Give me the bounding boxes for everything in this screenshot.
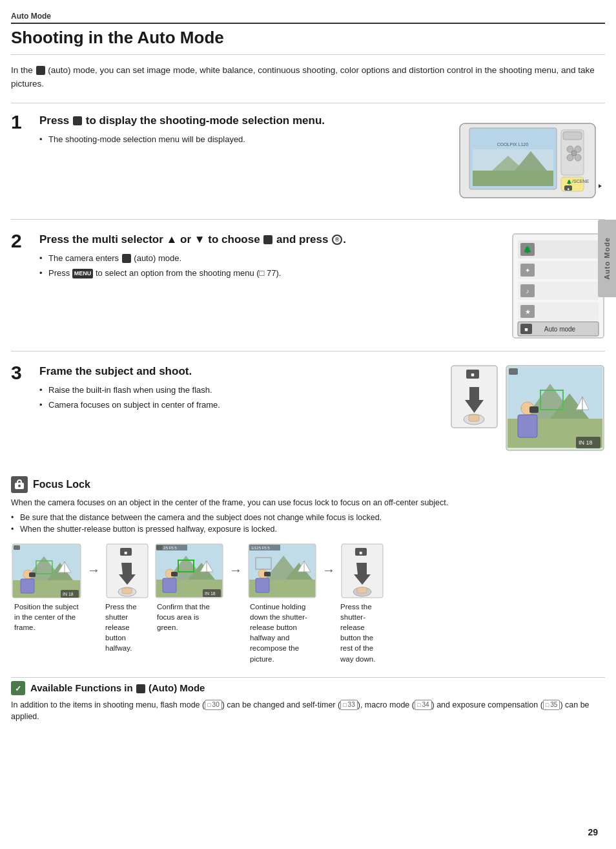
focus-step-4: 1/125 F5.5 Continue holding down the shu… [247, 543, 317, 664]
focus-step-1: IN 18 Position the subject in the center… [11, 543, 82, 633]
svg-text:■: ■ [471, 372, 474, 378]
camera-back-svg: COOLPIX L120 🌲 [457, 114, 605, 207]
step-1-image: COOLPIX L120 🌲 [457, 114, 605, 207]
menu-icon: MENU [72, 269, 94, 279]
svg-rect-42 [469, 415, 479, 421]
focus-step3-caption: Confirm that the focus area is green. [157, 602, 221, 633]
focus-lock-title: Focus Lock [33, 479, 90, 490]
svg-text:■: ■ [125, 550, 128, 556]
side-tab-label: Auto Mode [603, 237, 611, 280]
step-1-bullet-1: The shooting-mode selection menu will be… [39, 133, 446, 146]
svg-rect-80 [122, 588, 132, 594]
svg-text:IN  18: IN 18 [63, 592, 74, 596]
camera-icon-avail [136, 684, 145, 693]
person-scene-svg: IN 18 [505, 364, 605, 452]
ref-30: 30 [205, 700, 222, 710]
focus-lock-desc: When the camera focuses on an object in … [11, 497, 605, 509]
step-3-number: 3 [11, 362, 29, 384]
page-title: Shooting in the Auto Mode [11, 28, 605, 55]
focus-lock-bullet-2: When the shutter-release button is press… [11, 523, 605, 536]
svg-text:✦: ✦ [525, 267, 530, 274]
step-2-image: 🌲 ✦ ♪ ★ ■ Auto mode [511, 233, 605, 339]
step-2-bullet-2: Press MENU to select an option from the … [39, 267, 501, 280]
step-3-title: Frame the subject and shoot. [39, 364, 440, 379]
svg-point-60 [18, 485, 21, 487]
svg-text:IN  18: IN 18 [205, 591, 216, 596]
step-2-content: Press the multi selector ▲ or ▼ to choos… [39, 233, 501, 282]
focus-step-5: ■ Press the shutter-release button the r… [340, 543, 384, 664]
step-2-title: Press the multi selector ▲ or ▼ to choos… [39, 233, 501, 247]
ref-35: 35 [543, 700, 560, 710]
step-3-content: Frame the subject and shoot. Raise the b… [39, 364, 440, 414]
ok-button-icon: ® [332, 235, 342, 245]
svg-rect-105 [256, 578, 269, 592]
focus-step4-img: 1/125 F5.5 [248, 543, 316, 598]
shutter-press-svg: ■ [450, 364, 498, 429]
focus-steps-row: IN 18 Position the subject in the center… [11, 543, 605, 664]
svg-text:🌲: 🌲 [566, 179, 572, 185]
svg-rect-115 [357, 587, 367, 593]
svg-text:Auto mode: Auto mode [544, 326, 576, 333]
focus-lock-icon [11, 476, 28, 493]
focus-step-3: 1/125 F5.5 IN 18 Confirm that the focus … [154, 543, 224, 633]
svg-rect-90 [171, 572, 178, 576]
svg-text:/SCENE: /SCENE [572, 179, 589, 183]
focus-lock-header: Focus Lock [11, 476, 605, 493]
step-3-bullet-2: Camera focuses on subject in center of f… [39, 399, 440, 412]
section-header: Auto Mode [11, 12, 605, 24]
step-3-bullet-1: Raise the built-in flash when using the … [39, 384, 440, 397]
camera-icon-step2 [263, 235, 272, 244]
svg-text:🌲: 🌲 [523, 245, 532, 254]
step-1-bullets: The shooting-mode selection menu will be… [39, 133, 446, 146]
arrow-3: → [322, 563, 335, 578]
camera-icon [36, 66, 45, 75]
camera-icon-step1 [73, 116, 82, 125]
mode-selector-svg: 🌲 ✦ ♪ ★ ■ Auto mode [511, 233, 605, 339]
focus-step2-img: ■ [106, 543, 149, 598]
svg-rect-94 [156, 545, 163, 550]
svg-rect-106 [264, 572, 271, 576]
available-functions-section: ✓ Available Functions in (Auto) Mode In … [11, 677, 605, 724]
step-2-number: 2 [11, 230, 29, 252]
step-2-bullet-1: The camera enters (auto) mode. [39, 252, 501, 265]
focus-lock-section: Focus Lock When the camera focuses on an… [11, 476, 605, 664]
focus-step5-img: ■ [341, 543, 384, 598]
svg-rect-69 [21, 579, 34, 593]
svg-rect-54 [509, 368, 518, 375]
arrow-2: → [229, 563, 242, 578]
focus-step3-img: 1/125 F5.5 IN 18 [155, 543, 223, 598]
svg-text:COOLPIX L120: COOLPIX L120 [497, 142, 529, 147]
step-2: 2 Press the multi selector ▲ or ▼ to cho… [11, 233, 605, 351]
page-number: 29 [588, 827, 598, 837]
svg-rect-72 [14, 545, 20, 550]
ref-33: 33 [340, 700, 358, 710]
avail-icon: ✓ [11, 681, 25, 695]
svg-text:1/125  F5.5: 1/125 F5.5 [251, 546, 270, 550]
focus-step1-img: IN 18 [12, 543, 81, 598]
svg-text:♪: ♪ [526, 288, 529, 295]
svg-text:✓: ✓ [15, 684, 21, 693]
focus-lock-bullet-1: Be sure that the distance between the ca… [11, 512, 605, 524]
side-tab: Auto Mode [598, 220, 616, 297]
svg-rect-70 [29, 572, 36, 577]
step-3-images: ■ [450, 364, 605, 452]
svg-text:★: ★ [525, 308, 531, 315]
arrow-1: → [87, 563, 100, 578]
svg-text:IN  18: IN 18 [579, 439, 593, 446]
svg-text:■: ■ [524, 326, 528, 333]
step-1-title: Press to display the shooting-mode selec… [39, 114, 446, 129]
focus-step4-caption: Continue holding down the shutter-releas… [250, 602, 314, 664]
focus-step5-caption: Press the shutter-release button the res… [340, 602, 384, 664]
step-3-bullets: Raise the built-in flash when using the … [39, 384, 440, 412]
svg-rect-4 [473, 171, 553, 186]
focus-step-2: ■ Press the shutter release button halfw… [105, 543, 149, 653]
svg-rect-51 [518, 415, 537, 437]
svg-text:■: ■ [567, 187, 569, 191]
step-3: 3 Frame the subject and shoot. Raise the… [11, 364, 605, 463]
svg-text:■: ■ [360, 550, 363, 556]
focus-lock-bullets: Be sure that the distance between the ca… [11, 512, 605, 536]
step-1: 1 Press to display the shooting-mode sel… [11, 114, 605, 220]
ref-34: 34 [415, 700, 432, 710]
svg-rect-89 [163, 578, 176, 592]
focus-step2-caption: Press the shutter release button halfway… [105, 602, 149, 653]
